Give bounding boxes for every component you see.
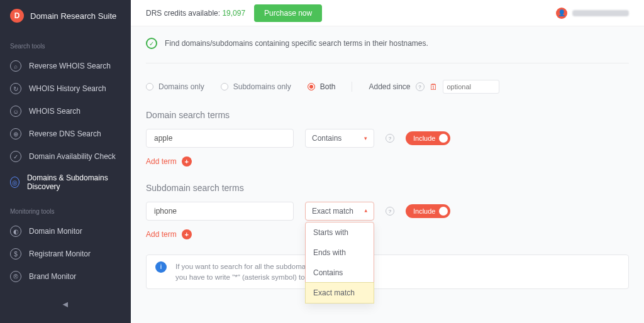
add-term-label: Add term [146, 157, 177, 166]
credits-value: 19,097 [222, 9, 245, 18]
toggle-label: Include [413, 207, 435, 215]
sidebar-section-monitor-label: Monitoring tools [0, 197, 131, 220]
domain-terms-title: Domain search terms [146, 106, 629, 129]
user-avatar-icon: 👤 [556, 8, 567, 19]
globe-grid-icon: ⊕ [10, 128, 21, 140]
sidebar-section-search-label: Search tools [0, 31, 131, 55]
sidebar-item-whois-history[interactable]: ↻ WHOIS History Search [0, 77, 131, 100]
sidebar-item-brand-monitor[interactable]: ® Brand Monitor [0, 265, 131, 288]
chevron-left-icon: ▶ [63, 301, 68, 309]
radio-dot-icon [221, 83, 228, 90]
purchase-button[interactable]: Purchase now [254, 4, 322, 22]
history-icon: ↻ [10, 83, 21, 94]
content: ✓ Find domains/subdomains containing spe… [131, 26, 644, 323]
sidebar-item-label: Reverse DNS Search [29, 129, 101, 138]
scope-row: Domains only Subdomains only Both Added … [146, 63, 629, 106]
toggle-knob-icon [439, 134, 448, 143]
sidebar-item-domain-monitor[interactable]: ◐ Domain Monitor [0, 220, 131, 243]
help-icon[interactable]: ? [416, 82, 425, 91]
toggle-knob-icon [439, 207, 448, 216]
page-description: ✓ Find domains/subdomains containing spe… [146, 38, 629, 63]
domain-include-toggle[interactable]: Include [406, 131, 450, 145]
calendar-icon[interactable]: 🗓 [430, 82, 438, 92]
plus-circle-icon: + [182, 229, 192, 239]
domain-term-input[interactable] [146, 129, 294, 148]
subdomain-term-row: Exact match ▾ ? Include [146, 202, 629, 221]
radio-both[interactable]: Both [308, 82, 336, 91]
domain-term-row: Contains ▾ ? Include [146, 129, 629, 148]
dropdown-option-exact-match[interactable]: Exact match [306, 283, 374, 303]
check-icon: ✓ [10, 151, 21, 162]
added-since-group: Added since ? 🗓 [369, 80, 499, 94]
discovery-icon: ◎ [10, 177, 19, 188]
divider [352, 82, 352, 92]
tip-box: i If you want to search for all the subd… [146, 255, 629, 289]
added-since-input[interactable] [443, 80, 499, 94]
monitor-icon: ◐ [10, 226, 21, 237]
radio-subdomains-only[interactable]: Subdomains only [221, 82, 291, 91]
sidebar-item-availability[interactable]: ✓ Domain Availability Check [0, 145, 131, 168]
sidebar-item-label: WHOIS Search [29, 107, 80, 116]
sidebar-item-label: Domain Availability Check [29, 152, 116, 161]
radio-domains-only[interactable]: Domains only [146, 82, 204, 91]
info-icon: i [155, 261, 167, 273]
sidebar-item-registrant-monitor[interactable]: $ Registrant Monitor [0, 243, 131, 265]
sidebar-item-label: Registrant Monitor [29, 249, 91, 258]
subdomain-match-select[interactable]: Exact match ▾ [305, 202, 374, 221]
add-term-label: Add term [146, 230, 177, 239]
sidebar: D Domain Research Suite Search tools ⌕ R… [0, 0, 131, 323]
main: DRS credits available: 19,097 Purchase n… [131, 0, 644, 323]
sidebar-item-label: Brand Monitor [29, 272, 76, 281]
sidebar-item-whois-search[interactable]: ☺ WHOIS Search [0, 100, 131, 123]
radio-dot-icon [308, 83, 315, 90]
topbar: DRS credits available: 19,097 Purchase n… [131, 0, 644, 26]
help-icon[interactable]: ? [386, 207, 394, 216]
help-icon[interactable]: ? [386, 134, 394, 143]
radio-dot-icon [146, 83, 153, 90]
radio-label: Domains only [158, 82, 204, 91]
sidebar-item-reverse-whois[interactable]: ⌕ Reverse WHOIS Search [0, 55, 131, 77]
domain-add-term-button[interactable]: Add term + [146, 148, 629, 179]
globe-icon: ⌕ [10, 60, 21, 72]
sidebar-item-label: Reverse WHOIS Search [29, 62, 111, 70]
chevron-down-icon: ▾ [364, 135, 367, 141]
sidebar-item-label: Domain Monitor [29, 227, 82, 236]
brand-logo-icon: D [10, 9, 24, 23]
check-circle-icon: ✓ [146, 38, 157, 49]
plus-circle-icon: + [182, 156, 192, 167]
brand: D Domain Research Suite [0, 9, 131, 31]
radio-label: Subdomains only [233, 82, 291, 91]
sidebar-item-domains-subdomains[interactable]: ◎ Domains & Subdomains Discovery [0, 168, 131, 197]
person-icon: ☺ [10, 106, 21, 117]
registrant-icon: $ [10, 248, 21, 260]
sidebar-item-label: Domains & Subdomains Discovery [27, 173, 121, 191]
subdomain-term-input[interactable] [146, 202, 294, 221]
toggle-label: Include [413, 134, 435, 142]
chevron-up-icon: ▾ [364, 208, 367, 214]
subdomain-include-toggle[interactable]: Include [406, 204, 450, 218]
select-value: Exact match [312, 207, 353, 216]
brand-title: Domain Research Suite [30, 11, 116, 21]
user-menu[interactable]: 👤 [556, 8, 629, 19]
select-value: Contains [312, 134, 341, 143]
user-name [572, 10, 629, 16]
brand-icon: ® [10, 271, 21, 282]
dropdown-option-ends-with[interactable]: Ends with [306, 243, 374, 263]
dropdown-option-starts-with[interactable]: Starts with [306, 222, 374, 243]
sidebar-item-reverse-dns[interactable]: ⊕ Reverse DNS Search [0, 123, 131, 145]
description-text: Find domains/subdomains containing speci… [165, 39, 428, 48]
match-type-dropdown: Starts with Ends with Contains Exact mat… [305, 222, 374, 304]
radio-label: Both [320, 82, 336, 91]
sidebar-collapse-button[interactable]: ▶ [0, 292, 131, 323]
credits-label: DRS credits available: 19,097 [146, 9, 245, 18]
domain-match-select[interactable]: Contains ▾ [305, 129, 374, 148]
dropdown-option-contains[interactable]: Contains [306, 263, 374, 283]
sidebar-item-label: WHOIS History Search [29, 84, 106, 93]
subdomain-terms-title: Subdomain search terms [146, 179, 629, 202]
subdomain-add-term-button[interactable]: Add term + [146, 221, 629, 252]
added-since-label: Added since [369, 82, 410, 91]
